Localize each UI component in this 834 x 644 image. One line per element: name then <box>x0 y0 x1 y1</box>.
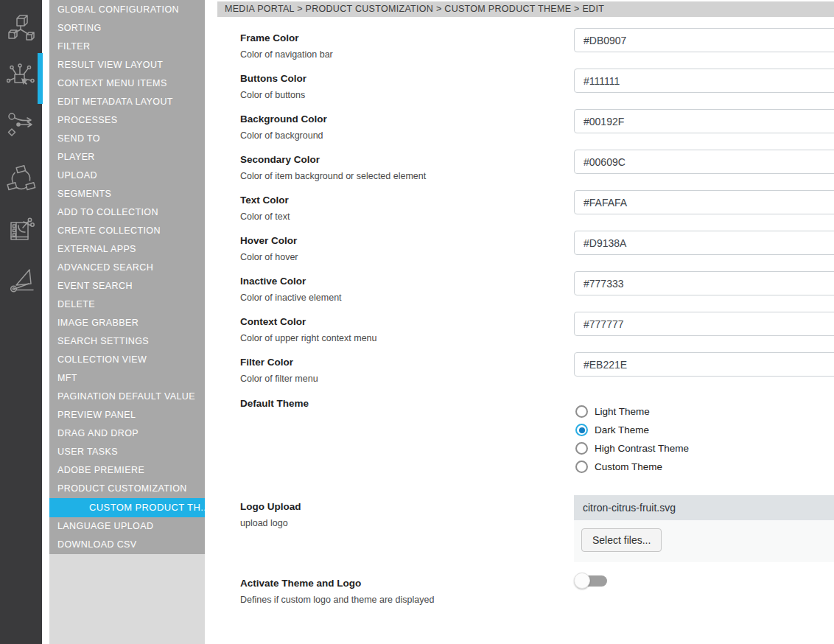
breadcrumb-text: MEDIA PORTAL > PRODUCT CUSTOMIZATION > C… <box>225 4 604 14</box>
color-value-input[interactable] <box>574 69 834 93</box>
sidebar-item-label: SORTING <box>57 23 102 33</box>
activate-theme-toggle[interactable] <box>574 573 609 589</box>
radio-label: Light Theme <box>595 406 650 417</box>
sidebar-item-label: EXTERNAL APPS <box>57 244 136 254</box>
color-field-row: Buttons Color Color of buttons <box>205 69 834 109</box>
color-field-row: Filter Color Color of filter menu <box>205 352 834 393</box>
sidebar-item-label: COLLECTION VIEW <box>57 354 147 365</box>
color-value-input[interactable] <box>574 312 834 336</box>
sidebar-item[interactable]: FILTER <box>49 38 205 56</box>
radio-button[interactable] <box>575 442 588 455</box>
radio-label: Custom Theme <box>595 461 662 472</box>
color-value-input[interactable] <box>574 352 834 377</box>
segments-cycle-icon[interactable] <box>7 165 36 193</box>
sidebar-item[interactable]: LANGUAGE UPLOAD <box>49 517 205 536</box>
field-label: Frame Color <box>240 32 299 43</box>
sidebar-item[interactable]: EVENT SEARCH <box>49 277 205 295</box>
sidebar-item[interactable]: CUSTOM PRODUCT TH... <box>49 498 205 517</box>
sidebar-item-label: USER TASKS <box>57 447 118 457</box>
color-value-input[interactable] <box>574 271 834 295</box>
config-node-icon[interactable] <box>7 62 36 91</box>
color-field-row: Frame Color Color of navigation bar <box>205 28 834 69</box>
sidebar-item[interactable]: RESULT VIEW LAYOUT <box>49 56 205 74</box>
sidebar-item[interactable]: PRODUCT CUSTOMIZATION <box>49 480 205 498</box>
radio-label: High Contrast Theme <box>595 443 689 454</box>
sidebar-item-label: ADVANCED SEARCH <box>57 262 153 273</box>
sidebar-item[interactable]: DELETE <box>49 295 205 314</box>
field-label: Background Color <box>240 113 327 125</box>
partial-top-icon[interactable] <box>7 0 36 5</box>
sidebar-item-label: CREATE COLLECTION <box>57 225 161 236</box>
toggle-knob <box>574 573 590 589</box>
sidebar-item[interactable]: DOWNLOAD CSV <box>49 536 205 554</box>
color-value-input[interactable] <box>574 231 834 255</box>
select-files-button[interactable]: Select files... <box>581 528 662 552</box>
sidebar-item-label: CUSTOM PRODUCT TH... <box>89 502 205 513</box>
sidebar-item[interactable]: EXTERNAL APPS <box>49 240 205 259</box>
theme-radio-option[interactable]: Custom Theme <box>575 458 689 476</box>
sidebar-item[interactable]: PROCESSES <box>49 111 205 130</box>
color-value-input[interactable] <box>574 190 834 214</box>
sidebar-item[interactable]: IMAGE GRABBER <box>49 314 205 332</box>
field-description: Color of inactive element <box>240 293 342 303</box>
logo-upload-description: upload logo <box>240 518 288 528</box>
uploaded-file-name[interactable]: citron-citrus-fruit.svg <box>574 495 834 520</box>
activate-theme-description: Defines if custom logo and theme are dis… <box>240 595 434 605</box>
sidebar-item[interactable]: ADVANCED SEARCH <box>49 259 205 277</box>
sidebar-item-label: EVENT SEARCH <box>57 281 133 291</box>
sidebar-item-label: PREVIEW PANEL <box>57 410 136 420</box>
field-description: Color of upper right context menu <box>240 333 377 343</box>
sidebar-item[interactable]: CONTEXT MENU ITEMS <box>49 74 205 93</box>
sidebar-item[interactable]: CREATE COLLECTION <box>49 222 205 240</box>
cubes-icon[interactable] <box>7 12 36 44</box>
color-value-input[interactable] <box>574 28 834 52</box>
theme-radio-option[interactable]: High Contrast Theme <box>575 439 689 458</box>
field-label: Context Color <box>240 316 306 327</box>
settings-sidebar: GLOBAL CONFIGURATIONSORTINGFILTERRESULT … <box>49 0 205 644</box>
theme-radio-option[interactable]: Dark Theme <box>575 421 689 439</box>
left-icon-rail <box>0 0 42 644</box>
sidebar-item-label: DOWNLOAD CSV <box>57 539 137 550</box>
theme-radio-option[interactable]: Light Theme <box>575 402 689 421</box>
sidebar-item[interactable]: MFT <box>49 369 205 388</box>
sidebar-item[interactable]: DRAG AND DROP <box>49 424 205 443</box>
sidebar-item[interactable]: PREVIEW PANEL <box>49 406 205 424</box>
radio-button[interactable] <box>575 405 588 418</box>
radio-button[interactable] <box>575 461 588 473</box>
sidebar-item-label: ADD TO COLLECTION <box>57 207 158 217</box>
sidebar-item[interactable]: ADOBE PREMIERE <box>49 461 205 480</box>
sidebar-item[interactable]: SORTING <box>49 19 205 38</box>
sidebar-item-label: EDIT METADATA LAYOUT <box>57 97 173 107</box>
image-grabber-icon[interactable] <box>7 216 36 245</box>
field-description: Color of buttons <box>240 90 305 100</box>
sidebar-item-label: SEARCH SETTINGS <box>57 336 149 346</box>
sidebar-item[interactable]: UPLOAD <box>49 167 205 185</box>
color-value-input[interactable] <box>574 109 834 133</box>
sidebar-item[interactable]: EDIT METADATA LAYOUT <box>49 93 205 111</box>
sidebar-item[interactable]: PAGINATION DEFAULT VALUE <box>49 388 205 406</box>
sidebar-item-label: FILTER <box>57 41 91 52</box>
color-field-row: Inactive Color Color of inactive element <box>205 271 834 312</box>
sidebar-item[interactable]: SEGMENTS <box>49 185 205 203</box>
sidebar-item[interactable]: GLOBAL CONFIGURATION <box>49 1 205 19</box>
sidebar-item[interactable]: SEND TO <box>49 130 205 148</box>
color-value-input[interactable] <box>574 150 834 174</box>
sidebar-item[interactable]: COLLECTION VIEW <box>49 351 205 369</box>
upload-widget: citron-citrus-fruit.svg Select files... <box>574 495 834 562</box>
sidebar-item-label: UPLOAD <box>57 170 97 181</box>
processes-icon[interactable] <box>7 112 36 139</box>
sidebar-item[interactable]: SEARCH SETTINGS <box>49 332 205 351</box>
player-trim-icon[interactable] <box>7 265 36 295</box>
field-label: Text Color <box>240 195 289 206</box>
radio-button[interactable] <box>575 424 588 436</box>
sidebar-item-label: LANGUAGE UPLOAD <box>57 521 153 531</box>
sidebar-item-label: DELETE <box>57 299 95 309</box>
sidebar-item[interactable]: ADD TO COLLECTION <box>49 203 205 222</box>
sidebar-item[interactable]: PLAYER <box>49 148 205 167</box>
sidebar-item[interactable]: USER TASKS <box>49 443 205 461</box>
field-description: Color of text <box>240 211 290 222</box>
field-description: Color of item background or selected ele… <box>240 171 426 181</box>
sidebar-item-label: GLOBAL CONFIGURATION <box>57 4 179 15</box>
field-description: Color of navigation bar <box>240 49 333 60</box>
sidebar-item-label: IMAGE GRABBER <box>57 318 139 328</box>
